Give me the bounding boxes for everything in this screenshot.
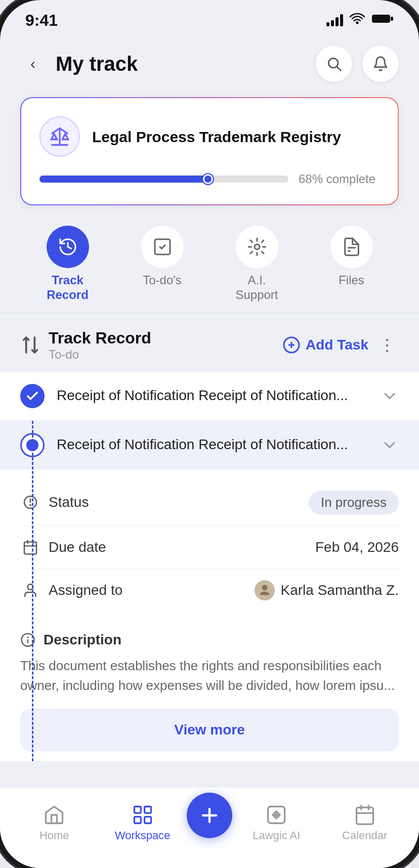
search-icon: [326, 56, 342, 72]
svg-point-13: [30, 505, 30, 505]
tab-track-record[interactable]: TrackRecord: [20, 226, 115, 302]
svg-line-4: [337, 67, 341, 70]
svg-rect-23: [134, 816, 141, 823]
svg-rect-21: [134, 806, 141, 813]
tasks-list: Receipt of Notification Receipt of Notif…: [0, 367, 419, 766]
svg-rect-29: [356, 807, 373, 824]
progress-bar-fill: [39, 176, 209, 183]
progress-card: Legal Process Trademark Registry 68% com…: [20, 97, 399, 205]
assigned-to-row: Assigned to Karla Samantha Z.: [20, 569, 399, 612]
history-icon: [58, 237, 78, 257]
status-bar: 9:41: [0, 0, 419, 35]
svg-point-0: [357, 22, 358, 24]
status-icon: [20, 492, 40, 512]
ai-icon: [247, 237, 267, 257]
task-item[interactable]: Receipt of Notification Receipt of Notif…: [0, 372, 419, 421]
add-task-button[interactable]: Add Task: [282, 336, 368, 354]
progress-dot: [203, 174, 213, 184]
description-text: This document establishes the rights and…: [20, 656, 399, 704]
chevron-down-icon-active: [381, 436, 399, 454]
plus-icon: [198, 804, 221, 827]
nav-lawgic[interactable]: Lawgic AI: [232, 804, 321, 842]
nav-home[interactable]: Home: [10, 804, 99, 842]
content-area: ‹ My track Legal P: [0, 35, 419, 787]
tab-files[interactable]: Files: [304, 226, 399, 302]
chevron-down-icon: [381, 387, 399, 405]
plus-circle-icon: [282, 336, 301, 354]
assignee-name: Karla Samantha Z.: [281, 582, 399, 598]
notification-button[interactable]: [362, 46, 399, 82]
tab-files-label: Files: [339, 273, 364, 288]
progress-bar-background: [39, 176, 288, 183]
calendar-icon: [20, 537, 40, 557]
workspace-icon: [132, 804, 154, 826]
track-record-section-header: Track Record To-do Add Task ⋮: [0, 314, 419, 367]
trademark-icon: [39, 116, 80, 157]
task-detail-panel: Status In progress Due date Feb 04, 2026: [0, 469, 419, 622]
back-button[interactable]: ‹: [20, 51, 46, 76]
task-expanded-container: Receipt of Notification Receipt of Notif…: [0, 421, 419, 761]
home-icon: [43, 804, 65, 826]
search-button[interactable]: [316, 46, 352, 82]
task-item-active[interactable]: Receipt of Notification Receipt of Notif…: [0, 421, 419, 469]
nav-lawgic-label: Lawgic AI: [253, 829, 300, 842]
lawgic-icon: [265, 804, 287, 826]
bottom-navigation: Home Workspace Lawgic AI Calendar: [0, 787, 419, 868]
assignee-row: Karla Samantha Z.: [255, 580, 399, 600]
view-more-button[interactable]: View more: [20, 709, 399, 751]
nav-home-label: Home: [39, 829, 69, 842]
nav-calendar-label: Calendar: [342, 829, 387, 842]
due-date-value: Feb 04, 2026: [315, 539, 399, 555]
svg-rect-2: [391, 17, 393, 21]
section-subtitle: To-do: [49, 348, 274, 362]
nav-workspace[interactable]: Workspace: [99, 804, 187, 842]
description-section: Description This document establishes th…: [0, 622, 419, 761]
status-icons: [326, 13, 394, 28]
bell-icon: [372, 56, 389, 72]
due-date-row: Due date Feb 04, 2026: [20, 526, 399, 569]
info-icon: [20, 632, 35, 647]
task-check-active: [20, 433, 45, 457]
add-task-label: Add Task: [306, 337, 368, 353]
svg-point-7: [255, 244, 260, 249]
assigned-to-label: Assigned to: [49, 582, 255, 598]
task-text: Receipt of Notification Receipt of Notif…: [57, 386, 368, 405]
tab-ai-support-label: A.I.Support: [235, 273, 278, 302]
status-time: 9:41: [25, 11, 58, 30]
page-title: My track: [56, 53, 306, 75]
status-badge: In progress: [309, 491, 399, 514]
nav-calendar[interactable]: Calendar: [321, 804, 409, 842]
checkbox-icon: [152, 237, 173, 257]
svg-rect-1: [372, 15, 390, 23]
calendar-nav-icon: [354, 804, 376, 826]
tab-ai-support[interactable]: A.I.Support: [210, 226, 304, 302]
task-check-done: [20, 384, 45, 408]
tab-todos-label: To-do's: [143, 273, 182, 288]
sort-button[interactable]: [20, 335, 40, 355]
task-text-active: Receipt of Notification Receipt of Notif…: [57, 436, 368, 454]
avatar: [255, 580, 275, 600]
tab-section: TrackRecord To-do's A.I.: [0, 210, 419, 313]
check-icon: [25, 389, 39, 403]
page-header: ‹ My track: [0, 35, 419, 92]
section-title: Track Record: [49, 329, 274, 348]
files-icon: [342, 237, 362, 257]
status-row: Status In progress: [20, 480, 399, 526]
wifi-icon: [349, 13, 365, 28]
fab-add-button[interactable]: [187, 793, 232, 838]
status-label: Status: [49, 494, 309, 510]
person-icon: [20, 580, 40, 600]
svg-rect-22: [144, 806, 151, 813]
card-title: Legal Process Trademark Registry: [92, 127, 380, 147]
nav-workspace-label: Workspace: [115, 829, 171, 842]
signal-icon: [326, 14, 343, 26]
progress-row: 68% complete: [39, 172, 380, 186]
svg-point-18: [28, 584, 33, 590]
description-label: Description: [44, 632, 121, 648]
due-date-label: Due date: [49, 539, 315, 555]
svg-rect-14: [24, 542, 36, 554]
more-options-button[interactable]: ⋮: [376, 334, 399, 356]
svg-rect-24: [144, 816, 151, 823]
tab-todos[interactable]: To-do's: [115, 226, 210, 302]
battery-icon: [371, 13, 394, 28]
